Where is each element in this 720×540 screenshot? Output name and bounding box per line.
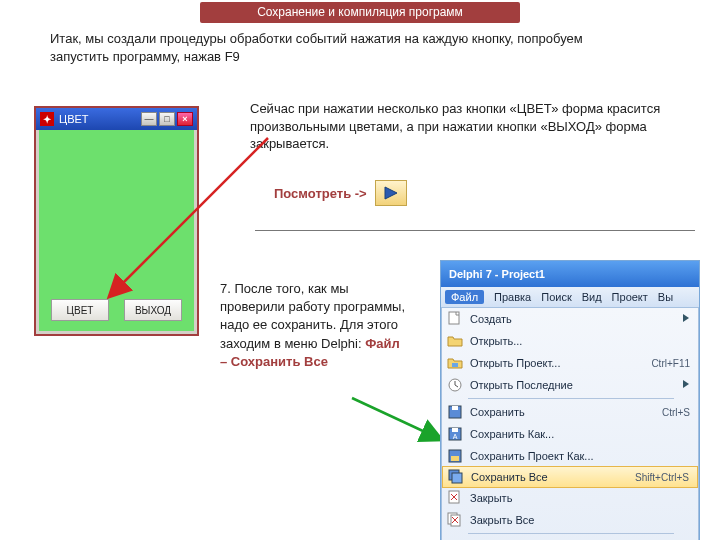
disk-as-icon: A	[446, 426, 464, 442]
menu-item-shortcut: Ctrl+S	[662, 407, 690, 418]
menu-item-открыть-[interactable]: Открыть...	[442, 330, 698, 352]
file-menu-dropdown: СоздатьОткрыть...Открыть Проект...Ctrl+F…	[441, 307, 699, 540]
doc-x-icon	[446, 490, 464, 506]
form-client-area: ЦВЕТ ВЫХОД	[39, 130, 194, 331]
menu-more[interactable]: Вы	[658, 291, 673, 303]
submenu-arrow-icon	[682, 313, 690, 325]
play-icon	[375, 180, 407, 206]
svg-rect-16	[451, 456, 459, 461]
svg-rect-7	[452, 363, 458, 367]
ide-titlebar: Delphi 7 - Project1	[441, 261, 699, 287]
exit-button[interactable]: ВЫХОД	[124, 299, 182, 321]
form-app-icon: ✦	[40, 112, 54, 126]
submenu-arrow-icon	[682, 379, 690, 391]
menu-item-сохранить-как-[interactable]: AСохранить Как...	[442, 423, 698, 445]
menu-item-label: Создать	[470, 313, 670, 325]
svg-marker-0	[385, 187, 397, 199]
menu-search[interactable]: Поиск	[541, 291, 571, 303]
menu-view[interactable]: Вид	[582, 291, 602, 303]
svg-marker-6	[683, 314, 689, 322]
ide-menubar: Файл Правка Поиск Вид Проект Вы	[441, 287, 699, 307]
color-button[interactable]: ЦВЕТ	[51, 299, 109, 321]
menu-item-сохранить-все[interactable]: Сохранить ВсеShift+Ctrl+S	[442, 466, 698, 488]
menu-item-shortcut: Ctrl+F11	[651, 358, 690, 369]
form-title-text: ЦВЕТ	[59, 113, 89, 125]
menu-item-использовать-модуль-[interactable]: Использовать Модуль...Alt+F11	[442, 536, 698, 540]
menu-item-сохранить[interactable]: СохранитьCtrl+S	[442, 401, 698, 423]
menu-item-label: Открыть...	[470, 335, 684, 347]
delphi-ide-window: Delphi 7 - Project1 Файл Правка Поиск Ви…	[440, 260, 700, 540]
menu-separator	[468, 398, 674, 399]
disk-proj-icon	[446, 448, 464, 464]
svg-rect-11	[452, 406, 458, 410]
look-label: Посмотреть ->	[274, 186, 367, 201]
menu-item-label: Сохранить Проект Как...	[470, 450, 684, 462]
menu-item-label: Сохранить Как...	[470, 428, 684, 440]
menu-item-shortcut: Shift+Ctrl+S	[635, 472, 689, 483]
menu-item-закрыть-все[interactable]: Закрыть Все	[442, 509, 698, 531]
maximize-icon[interactable]: □	[159, 112, 175, 126]
menu-item-сохранить-проект-как-[interactable]: Сохранить Проект Как...	[442, 445, 698, 467]
svg-marker-9	[683, 380, 689, 388]
clock-icon	[446, 377, 464, 393]
folder-icon	[446, 333, 464, 349]
menu-item-label: Сохранить Все	[471, 471, 629, 483]
intro-text: Итак, мы создали процедуры обработки соб…	[50, 30, 610, 65]
menu-item-открыть-проект-[interactable]: Открыть Проект...Ctrl+F11	[442, 352, 698, 374]
docs-x-icon	[446, 512, 464, 528]
menu-item-label: Открыть Последние	[470, 379, 670, 391]
svg-line-4	[352, 398, 438, 438]
menu-project[interactable]: Проект	[612, 291, 648, 303]
disks-icon	[447, 469, 465, 485]
doc-new-icon	[446, 311, 464, 327]
folder-proj-icon	[446, 355, 464, 371]
description-text: Сейчас при нажатии несколько раз кнопки …	[250, 100, 690, 153]
menu-item-закрыть[interactable]: Закрыть	[442, 487, 698, 509]
step7-text: 7. После того, как мы проверили работу п…	[220, 280, 410, 371]
minimize-icon[interactable]: —	[141, 112, 157, 126]
green-arrow-icon	[350, 390, 450, 450]
look-button[interactable]: Посмотреть ->	[274, 180, 407, 206]
menu-item-label: Открыть Проект...	[470, 357, 645, 369]
menu-item-label: Закрыть Все	[470, 514, 684, 526]
sample-form-window: ✦ ЦВЕТ — □ × ЦВЕТ ВЫХОД	[34, 106, 199, 336]
svg-rect-13	[452, 428, 458, 432]
menu-item-label: Сохранить	[470, 406, 656, 418]
menu-file[interactable]: Файл	[445, 290, 484, 304]
menu-edit[interactable]: Правка	[494, 291, 531, 303]
divider	[255, 230, 695, 231]
disk-icon	[446, 404, 464, 420]
menu-item-label: Закрыть	[470, 492, 684, 504]
svg-rect-18	[452, 473, 462, 483]
svg-rect-5	[449, 312, 459, 324]
menu-separator	[468, 533, 674, 534]
slide-title: Сохранение и компиляция программ	[200, 2, 520, 23]
form-titlebar: ✦ ЦВЕТ — □ ×	[36, 108, 197, 130]
menu-item-открыть-последние[interactable]: Открыть Последние	[442, 374, 698, 396]
menu-item-создать[interactable]: Создать	[442, 308, 698, 330]
close-icon[interactable]: ×	[177, 112, 193, 126]
svg-text:A: A	[453, 433, 458, 440]
